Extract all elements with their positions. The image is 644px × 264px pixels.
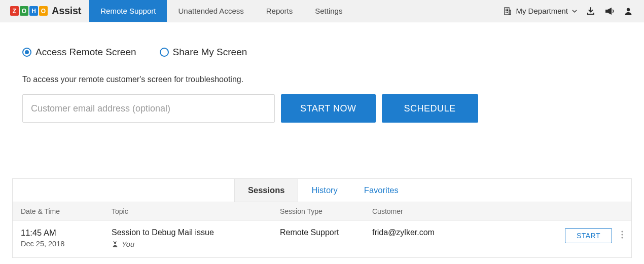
tabbar-spacer	[13, 179, 234, 202]
row-time: 11:45 AM	[21, 228, 112, 238]
svg-rect-6	[507, 12, 508, 13]
svg-rect-3	[506, 10, 507, 11]
schedule-button[interactable]: SCHEDULE	[382, 94, 478, 123]
row-topic-title: Session to Debug Mail issue	[112, 228, 280, 237]
cell-customer: frida@zylker.com	[372, 228, 540, 237]
download-icon[interactable]	[586, 7, 595, 16]
svg-rect-1	[506, 9, 507, 10]
logo-tile-o1: O	[20, 6, 28, 16]
row-date: Dec 25, 2018	[21, 240, 112, 248]
svg-rect-7	[509, 10, 511, 15]
customer-email-input[interactable]	[22, 94, 275, 123]
presenter-icon	[112, 241, 119, 248]
topbar: Z O H O Assist Remote Support Unattended…	[0, 0, 644, 22]
nav-unattended-access[interactable]: Unattended Access	[167, 0, 255, 22]
radio-indicator-unchecked	[160, 48, 169, 57]
svg-rect-2	[507, 9, 508, 10]
department-label: My Department	[516, 7, 568, 15]
cell-date: 11:45 AM Dec 25, 2018	[13, 228, 112, 248]
radio-indicator-checked	[22, 48, 31, 57]
svg-point-8	[627, 8, 630, 11]
cell-topic: Session to Debug Mail issue You	[112, 228, 280, 248]
action-row: START NOW SCHEDULE	[22, 94, 622, 123]
row-presenter: You	[112, 240, 280, 248]
table-header: Date & Time Topic Session Type Customer	[13, 202, 631, 220]
caret-down-icon	[572, 9, 577, 14]
col-header-date: Date & Time	[13, 207, 112, 215]
topbar-right: My Department	[504, 0, 644, 22]
row-start-button[interactable]: START	[565, 228, 612, 243]
svg-rect-5	[506, 12, 507, 13]
department-dropdown[interactable]: My Department	[504, 7, 577, 15]
radio-label-access: Access Remote Screen	[35, 47, 136, 58]
nav-remote-support[interactable]: Remote Support	[89, 0, 167, 22]
building-icon	[504, 7, 512, 15]
col-header-type: Session Type	[280, 207, 372, 215]
cell-session-type: Remote Support	[280, 228, 372, 237]
tab-favorites[interactable]: Favorites	[351, 179, 412, 202]
nav-reports[interactable]: Reports	[255, 0, 304, 22]
col-header-topic: Topic	[112, 207, 280, 215]
svg-rect-0	[505, 8, 509, 15]
sessions-panel: Sessions History Favorites Date & Time T…	[12, 178, 632, 258]
svg-point-10	[621, 231, 623, 232]
logo-tile-h: H	[29, 6, 38, 16]
logo-assist-text: Assist	[52, 5, 81, 17]
cell-actions: START	[540, 228, 631, 243]
svg-point-12	[621, 237, 623, 238]
table-row: 11:45 AM Dec 25, 2018 Session to Debug M…	[13, 220, 631, 257]
helper-text: To access your remote customer's screen …	[22, 75, 622, 84]
radio-share-screen[interactable]: Share My Screen	[160, 47, 247, 58]
tab-sessions[interactable]: Sessions	[234, 179, 298, 202]
mode-radio-group: Access Remote Screen Share My Screen	[22, 47, 622, 58]
radio-access-remote[interactable]: Access Remote Screen	[22, 47, 136, 58]
announcement-icon[interactable]	[604, 7, 615, 16]
svg-rect-4	[507, 10, 508, 11]
logo-tile-z: Z	[10, 6, 19, 16]
tab-history[interactable]: History	[298, 179, 350, 202]
kebab-icon[interactable]	[619, 229, 625, 243]
row-presenter-label: You	[122, 240, 134, 248]
svg-point-11	[621, 234, 623, 235]
main-content: Access Remote Screen Share My Screen To …	[0, 22, 644, 143]
panel-tabbar: Sessions History Favorites	[13, 179, 631, 202]
col-header-customer: Customer	[372, 207, 540, 215]
nav-settings[interactable]: Settings	[304, 0, 353, 22]
user-icon[interactable]	[624, 7, 633, 16]
main-nav: Remote Support Unattended Access Reports…	[89, 0, 353, 22]
radio-label-share: Share My Screen	[173, 47, 247, 58]
svg-point-9	[114, 242, 116, 244]
zoho-assist-logo: Z O H O Assist	[0, 0, 89, 22]
start-now-button[interactable]: START NOW	[281, 94, 376, 123]
logo-tile-o2: O	[39, 6, 48, 16]
